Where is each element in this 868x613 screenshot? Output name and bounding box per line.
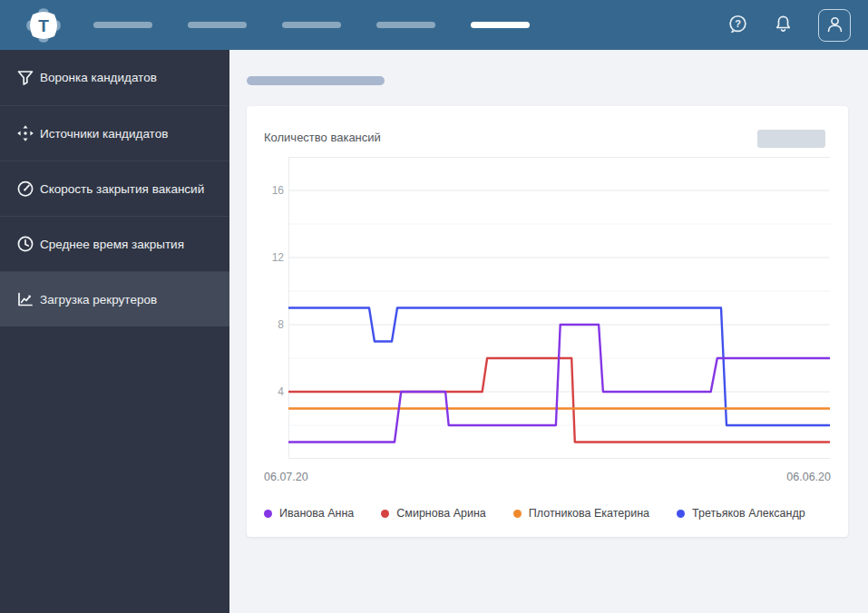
- legend-label: Смирнова Арина: [396, 507, 485, 520]
- nav-item-placeholder-active[interactable]: [471, 22, 530, 28]
- legend-dot: [677, 510, 685, 518]
- nav-placeholder-menu: [93, 22, 530, 28]
- y-tick-label: 4: [278, 385, 284, 398]
- funnel-icon: [16, 69, 34, 87]
- gauge-icon: [16, 180, 34, 198]
- chart-legend: Иванова АннаСмирнова АринаПлотникова Ека…: [264, 507, 831, 520]
- legend-label: Плотникова Екатерина: [529, 507, 649, 520]
- nav-item-placeholder-3[interactable]: [282, 22, 341, 28]
- move-icon: [16, 124, 34, 142]
- sidebar-item-recruiter-load[interactable]: Загрузка рекрутеров: [0, 271, 229, 326]
- main-content: Количество вакансий 481216 06.07.20 06.0…: [229, 50, 868, 613]
- legend-item[interactable]: Смирнова Арина: [381, 507, 485, 520]
- clock-icon: [16, 235, 34, 253]
- legend-dot: [264, 510, 272, 518]
- chart-card-header: Количество вакансий: [264, 106, 831, 157]
- legend-item[interactable]: Третьяков Александр: [677, 507, 805, 520]
- legend-item[interactable]: Иванова Анна: [264, 507, 354, 520]
- sidebar-item-closing-speed[interactable]: Скорость закрытия вакансий: [0, 161, 229, 216]
- chart-area: 481216: [264, 157, 831, 459]
- y-tick-label: 16: [272, 184, 284, 197]
- sidebar-item-label: Среднее время закрытия: [40, 238, 184, 251]
- profile-button[interactable]: [818, 9, 851, 42]
- legend-dot: [513, 510, 522, 518]
- nav-item-placeholder-4[interactable]: [376, 22, 435, 28]
- help-button[interactable]: ?: [727, 14, 748, 37]
- sidebar-item-average-closing-time[interactable]: Среднее время закрытия: [0, 216, 229, 271]
- sidebar-item-label: Источники кандидатов: [40, 127, 168, 141]
- svg-text:?: ?: [735, 18, 741, 29]
- app-logo[interactable]: T: [25, 7, 62, 44]
- sidebar: Воронка кандидатов Источники кандидатов …: [0, 50, 229, 613]
- chart-plot: [288, 157, 830, 459]
- x-axis-labels: 06.07.20 06.06.20: [264, 471, 831, 483]
- chart-title: Количество вакансий: [264, 131, 381, 144]
- help-icon: ?: [727, 14, 748, 37]
- x-axis-start-label: 06.07.20: [264, 471, 308, 483]
- legend-label: Третьяков Александр: [692, 507, 805, 520]
- top-navbar: T ?: [0, 0, 868, 50]
- y-tick-label: 8: [278, 318, 284, 331]
- nav-item-placeholder-2[interactable]: [188, 22, 247, 28]
- x-axis-end-label: 06.06.20: [786, 471, 831, 483]
- legend-label: Иванова Анна: [279, 507, 354, 520]
- y-axis-labels: 481216: [264, 157, 284, 459]
- bell-icon: [773, 14, 794, 37]
- line-chart-icon: [16, 290, 34, 308]
- sidebar-item-label: Загрузка рекрутеров: [40, 293, 157, 306]
- sidebar-item-candidate-funnel[interactable]: Воронка кандидатов: [0, 50, 229, 105]
- sidebar-item-label: Воронка кандидатов: [40, 71, 157, 84]
- nav-item-placeholder-1[interactable]: [93, 22, 152, 28]
- legend-item[interactable]: Плотникова Екатерина: [513, 507, 649, 520]
- chart-filter-placeholder[interactable]: [757, 130, 825, 148]
- logo-letter: T: [38, 16, 49, 35]
- page-title-placeholder: [247, 76, 385, 85]
- sidebar-item-label: Скорость закрытия вакансий: [40, 182, 204, 196]
- navbar-actions: ?: [727, 9, 851, 42]
- legend-dot: [381, 510, 389, 518]
- chart-card: Количество вакансий 481216 06.07.20 06.0…: [247, 106, 848, 537]
- user-icon: [825, 15, 844, 36]
- sidebar-item-candidate-sources[interactable]: Источники кандидатов: [0, 105, 229, 161]
- notifications-button[interactable]: [773, 14, 794, 37]
- y-tick-label: 12: [272, 251, 284, 264]
- chart-svg: [288, 157, 830, 459]
